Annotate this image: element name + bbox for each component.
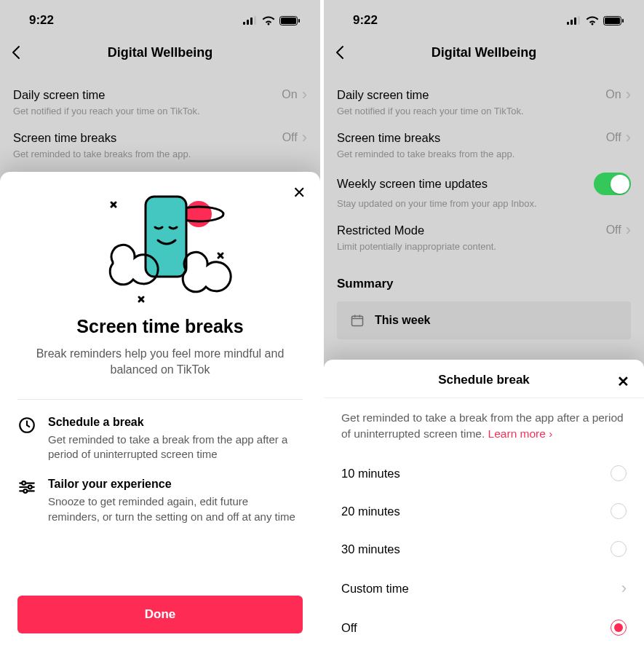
status-icons <box>567 16 624 25</box>
cellular-icon <box>567 16 581 25</box>
option-label: Custom time <box>341 582 409 596</box>
setting-screen-time-breaks[interactable]: Screen time breaks Off› Get reminded to … <box>324 116 644 159</box>
back-button[interactable] <box>12 44 20 63</box>
feature-tailor-experience: Tailor your experience Snooze to get rem… <box>17 478 303 524</box>
svg-rect-14 <box>567 22 569 25</box>
row-subtitle: Get reminded to take breaks from the app… <box>13 149 307 159</box>
svg-rect-3 <box>254 16 256 25</box>
setting-daily-screen-time[interactable]: Daily screen time On› Get notified if yo… <box>0 74 320 116</box>
done-button[interactable]: Done <box>17 596 303 633</box>
chevron-right-icon: › <box>626 87 631 103</box>
sliders-icon <box>17 478 36 524</box>
svg-point-12 <box>28 486 32 489</box>
learn-more-link[interactable]: Learn more › <box>488 427 553 440</box>
svg-rect-0 <box>243 22 245 25</box>
option-custom-time[interactable]: Custom time › <box>324 568 644 609</box>
row-subtitle: Get notified if you reach your time on T… <box>13 106 307 116</box>
clock-icon <box>17 416 36 462</box>
illustration-phone-relax <box>17 189 303 306</box>
screen-left: 9:22 Digital Wellbeing Daily screen time… <box>0 0 320 648</box>
modal-screen-time-breaks: ✕ Screen <box>0 172 320 648</box>
feature-schedule-break: Schedule a break Get reminded to take a … <box>17 416 303 462</box>
svg-rect-17 <box>578 16 580 25</box>
svg-rect-16 <box>574 17 576 25</box>
divider <box>17 399 303 400</box>
svg-point-7 <box>186 201 212 227</box>
radio-checked-icon <box>611 620 627 636</box>
chevron-right-icon: › <box>302 87 307 103</box>
row-label: Screen time breaks <box>13 131 116 145</box>
summary-this-week[interactable]: This week <box>337 301 631 339</box>
modal-subtitle: Break reminders help you feel more mindf… <box>17 346 303 379</box>
option-label: 20 minutes <box>341 505 400 518</box>
row-label: Screen time breaks <box>337 131 440 145</box>
chevron-right-icon: › <box>302 130 307 146</box>
svg-rect-15 <box>571 20 573 25</box>
row-subtitle: Stay updated on your time from your app … <box>337 198 631 209</box>
page-title: Digital Wellbeing <box>108 45 213 60</box>
nav-header: Digital Wellbeing <box>324 32 644 74</box>
setting-restricted-mode[interactable]: Restricted Mode Off› Limit potentially i… <box>324 209 644 252</box>
row-label: Daily screen time <box>13 88 106 102</box>
row-label: Weekly screen time updates <box>337 177 488 191</box>
chevron-right-icon: › <box>626 130 631 146</box>
status-bar: 9:22 <box>324 0 644 32</box>
setting-daily-screen-time[interactable]: Daily screen time On› Get notified if yo… <box>324 74 644 116</box>
toggle-on[interactable] <box>594 173 631 195</box>
svg-rect-5 <box>281 17 296 24</box>
chevron-left-icon <box>12 45 20 60</box>
option-label: Off <box>341 621 357 635</box>
svg-rect-2 <box>250 17 253 25</box>
row-label: Restricted Mode <box>337 224 424 237</box>
status-icons <box>243 16 300 25</box>
battery-icon <box>279 16 300 25</box>
status-time: 9:22 <box>353 13 378 28</box>
row-value: On <box>282 88 297 101</box>
feature-title: Tailor your experience <box>48 478 303 491</box>
option-10-minutes[interactable]: 10 minutes <box>324 454 644 492</box>
option-30-minutes[interactable]: 30 minutes <box>324 530 644 568</box>
setting-weekly-updates[interactable]: Weekly screen time updates Stay updated … <box>324 159 644 209</box>
modal-title: Screen time breaks <box>17 316 303 337</box>
radio-unchecked-icon <box>611 541 627 557</box>
back-button[interactable] <box>335 44 344 63</box>
nav-header: Digital Wellbeing <box>0 32 320 74</box>
row-subtitle: Get reminded to take breaks from the app… <box>337 149 631 159</box>
cellular-icon <box>243 16 258 25</box>
row-subtitle: Limit potentially inappropriate content. <box>337 241 631 252</box>
wifi-icon <box>262 16 275 25</box>
option-label: 30 minutes <box>341 542 400 556</box>
svg-point-13 <box>23 489 27 493</box>
setting-screen-time-breaks[interactable]: Screen time breaks Off› Get reminded to … <box>0 116 320 159</box>
battery-icon <box>603 16 624 25</box>
modal-title: Schedule break <box>438 373 530 387</box>
svg-rect-6 <box>298 19 300 23</box>
svg-rect-19 <box>605 17 620 24</box>
chevron-right-icon: › <box>621 579 627 598</box>
modal-schedule-break: Schedule break ✕ Get reminded to take a … <box>324 360 644 648</box>
feature-title: Schedule a break <box>48 416 303 429</box>
summary-heading: Summary <box>324 252 644 297</box>
radio-unchecked-icon <box>611 503 627 519</box>
status-bar: 9:22 <box>0 0 320 32</box>
screen-right: 9:22 Digital Wellbeing Daily screen time… <box>324 0 644 648</box>
svg-rect-1 <box>247 20 249 25</box>
svg-point-11 <box>22 481 25 485</box>
radio-unchecked-icon <box>611 465 627 481</box>
close-button[interactable]: ✕ <box>617 373 629 390</box>
row-value: On <box>605 88 621 101</box>
feature-body: Snooze to get reminded again, edit futur… <box>48 494 303 524</box>
row-value: Off <box>606 224 621 237</box>
option-20-minutes[interactable]: 20 minutes <box>324 492 644 530</box>
option-label: 10 minutes <box>341 467 400 481</box>
chevron-left-icon <box>335 45 344 60</box>
chevron-right-icon: › <box>626 222 631 238</box>
option-off[interactable]: Off <box>324 609 644 647</box>
row-value: Off <box>282 131 298 144</box>
svg-rect-21 <box>352 316 363 325</box>
modal-description: Get reminded to take a break from the ap… <box>324 398 644 454</box>
page-title: Digital Wellbeing <box>432 45 537 60</box>
svg-rect-9 <box>146 197 186 277</box>
row-value: Off <box>606 131 621 144</box>
close-button[interactable]: ✕ <box>293 183 306 202</box>
